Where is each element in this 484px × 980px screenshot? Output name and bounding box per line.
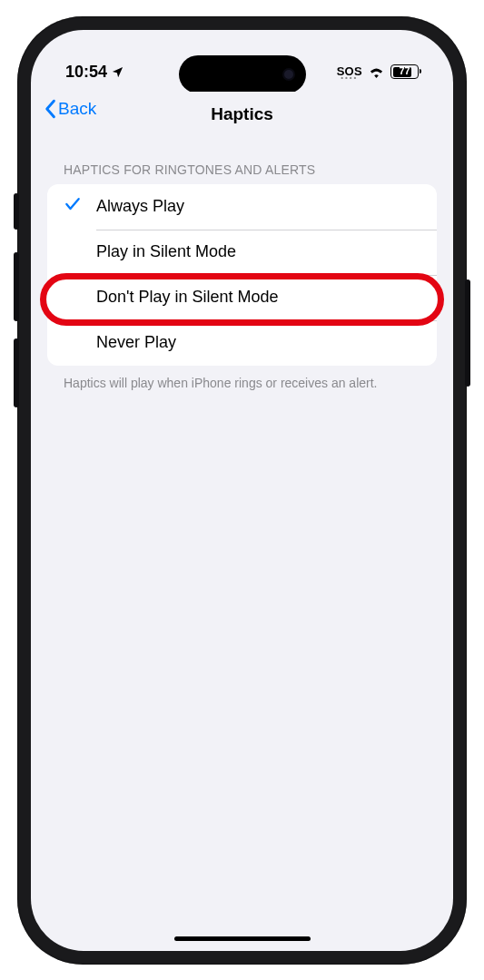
location-arrow-icon (111, 65, 124, 79)
home-indicator[interactable] (174, 936, 311, 941)
option-dont-play-silent[interactable]: Don't Play in Silent Mode (47, 275, 437, 320)
option-list: Always Play Play in Silent Mode Don't Pl… (47, 184, 437, 366)
battery-percent-label: 77 (391, 65, 418, 76)
navigation-bar: Back Haptics (31, 92, 453, 137)
section-footer: Haptics will play when iPhone rings or r… (47, 366, 437, 393)
dynamic-island (179, 55, 306, 93)
option-label: Play in Silent Mode (96, 242, 236, 261)
status-time: 10:54 (65, 63, 107, 82)
option-label: Never Play (96, 333, 176, 352)
option-label: Always Play (96, 197, 184, 216)
back-label: Back (58, 99, 96, 119)
option-never-play[interactable]: Never Play (47, 320, 437, 366)
wifi-icon (368, 65, 385, 78)
option-always-play[interactable]: Always Play (47, 184, 437, 230)
sos-indicator: SOS •••• (337, 64, 362, 80)
option-play-silent[interactable]: Play in Silent Mode (47, 230, 437, 275)
back-button[interactable]: Back (44, 99, 96, 119)
section-header: HAPTICS FOR RINGTONES AND ALERTS (47, 148, 437, 184)
page-title: Haptics (211, 104, 273, 124)
chevron-left-icon (44, 99, 56, 119)
option-label: Don't Play in Silent Mode (96, 288, 279, 307)
battery-indicator: 77 (390, 64, 419, 79)
checkmark-icon (64, 195, 82, 218)
